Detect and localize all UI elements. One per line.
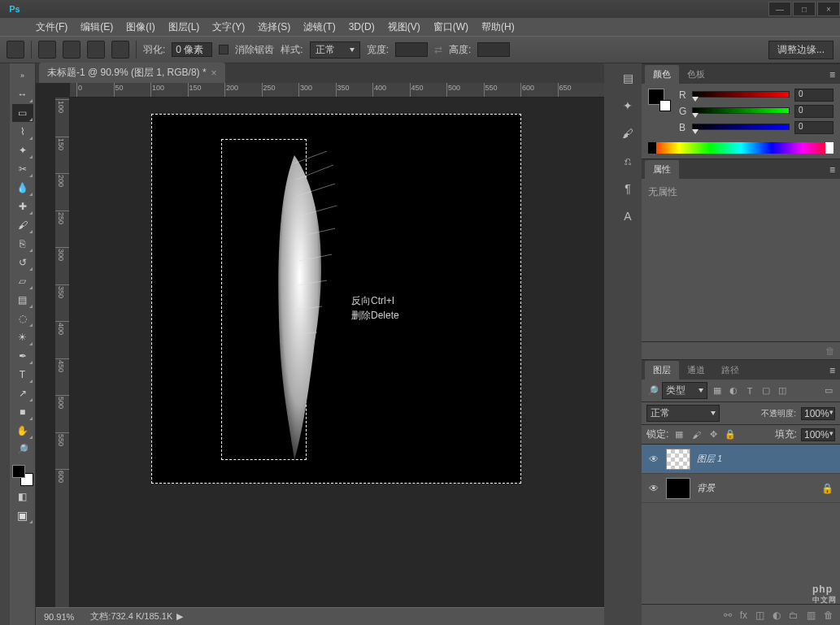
new-group-icon[interactable]: 🗀 [789,610,799,621]
shape-tool[interactable]: ■ [12,403,33,421]
visibility-toggle[interactable]: 👁 [648,454,659,465]
menu-layer[interactable]: 图层(L) [162,19,207,36]
r-value[interactable]: 0 [794,89,833,102]
menu-3d[interactable]: 3D(D) [342,20,381,34]
layer-row[interactable]: 👁 背景 🔒 [642,474,840,503]
layer-name[interactable]: 图层 1 [697,453,722,465]
menu-edit[interactable]: 编辑(E) [74,19,120,36]
filter-shape-icon[interactable]: ▢ [759,384,773,397]
tab-paths[interactable]: 路径 [713,361,747,380]
tab-layers[interactable]: 图层 [645,361,679,380]
trash-icon[interactable]: 🗑 [825,345,835,357]
visibility-toggle[interactable]: 👁 [648,483,659,494]
paragraph-panel-icon[interactable]: ¶ [618,179,638,198]
opacity-input[interactable]: 100%▾ [801,407,835,420]
b-slider[interactable] [692,124,790,132]
layer-filter-select[interactable]: 类型 [662,382,707,399]
clone-source-icon[interactable]: ⎌ [618,151,638,171]
filter-toggle[interactable]: ▭ [822,384,835,397]
zoom-tool[interactable]: 🔎 [12,441,33,458]
brush-tool[interactable]: 🖌 [12,216,33,234]
close-button[interactable]: × [817,2,840,16]
menu-type[interactable]: 文字(Y) [206,19,251,36]
menu-view[interactable]: 视图(V) [381,19,427,36]
swap-icon[interactable]: ⇄ [434,44,442,55]
filter-type-icon[interactable]: T [743,384,756,397]
style-select[interactable]: 正常 [310,41,360,59]
r-slider[interactable] [692,91,790,99]
zoom-display[interactable]: 90.91% [44,612,74,622]
sel-intersect-icon[interactable] [111,41,129,59]
refine-edge-button[interactable]: 调整边缘... [768,41,833,59]
menu-filter[interactable]: 滤镜(T) [297,19,342,36]
doc-size-display[interactable]: 文档:732.4 K/185.1K ▶ [90,610,183,623]
expand-tools-icon[interactable]: » [12,67,33,85]
sel-sub-icon[interactable] [87,41,105,59]
magic-wand-tool[interactable]: ✦ [12,141,33,159]
canvas[interactable]: 反向Ctrl+I 删除Delete [70,98,604,607]
quick-mask-icon[interactable]: ◧ [12,488,33,506]
lasso-tool[interactable]: ⌇ [12,123,33,141]
hand-tool[interactable]: ✋ [12,422,33,440]
healing-tool[interactable]: ✚ [12,197,33,215]
screen-mode-icon[interactable]: ▣ [12,506,33,524]
panel-menu-icon[interactable]: ≡ [825,66,840,84]
feather-input[interactable] [172,42,212,57]
lock-paint-icon[interactable]: 🖌 [690,428,703,441]
pen-tool[interactable]: ✒ [12,347,33,365]
g-value[interactable]: 0 [794,105,833,118]
path-select-tool[interactable]: ↗ [12,384,33,402]
g-slider[interactable] [692,107,790,115]
lock-trans-icon[interactable]: ▦ [672,428,685,441]
marquee-tool[interactable]: ▭ [12,104,33,122]
history-panel-icon[interactable]: ▤ [618,68,638,88]
menu-window[interactable]: 窗口(W) [427,19,475,36]
minimize-button[interactable]: — [768,2,791,16]
tab-close-icon[interactable]: × [211,67,217,79]
eyedropper-tool[interactable]: 💧 [12,179,33,197]
layer-thumbnail[interactable] [666,449,690,470]
marquee-tool-preset[interactable] [7,41,24,59]
brush-settings-icon[interactable]: 🖌 [618,124,638,143]
layer-row[interactable]: 👁 图层 1 [642,445,840,474]
layer-thumbnail[interactable] [666,478,690,499]
layer-mask-icon[interactable]: ◫ [755,610,764,621]
color-swatch[interactable] [11,464,34,487]
fill-input[interactable]: 100%▾ [801,428,835,441]
lock-pos-icon[interactable]: ✥ [707,428,720,441]
character-panel-icon[interactable]: A [618,206,638,226]
panel-menu-icon[interactable]: ≡ [825,362,840,380]
panel-color-swatch[interactable] [648,89,671,111]
dodge-tool[interactable]: ☀ [12,328,33,346]
crop-tool[interactable]: ✂ [12,160,33,178]
clone-stamp-tool[interactable]: ⎘ [12,235,33,253]
gradient-tool[interactable]: ▤ [12,291,33,309]
antialias-checkbox[interactable] [219,45,228,54]
sel-add-icon[interactable] [63,41,81,59]
move-tool[interactable]: ↔ [12,85,33,103]
link-layers-icon[interactable]: ⚯ [724,610,732,621]
tab-properties[interactable]: 属性 [645,160,679,179]
blend-mode-select[interactable]: 正常 [646,405,720,422]
delete-layer-icon[interactable]: 🗑 [824,610,833,621]
menu-image[interactable]: 图像(I) [120,19,161,36]
new-layer-icon[interactable]: ▥ [807,610,816,621]
filter-search-icon[interactable]: 🔎 [646,385,659,397]
filter-smart-icon[interactable]: ◫ [776,384,789,397]
ruler-horizontal[interactable]: 050100150200250300350400450500550600650 [70,83,604,98]
b-value[interactable]: 0 [794,121,833,134]
ruler-vertical[interactable]: 100150200250300350400450500550600 [55,98,70,607]
panel-menu-icon[interactable]: ≡ [825,161,840,179]
type-tool[interactable]: T [12,366,33,384]
history-brush-tool[interactable]: ↺ [12,254,33,271]
blur-tool[interactable]: ◌ [12,310,33,328]
color-spectrum[interactable] [648,142,833,154]
document-tab[interactable]: 未标题-1 @ 90.9% (图层 1, RGB/8) * × [39,63,225,83]
layer-name[interactable]: 背景 [697,482,715,494]
menu-file[interactable]: 文件(F) [29,19,74,36]
brush-panel-icon[interactable]: ✦ [618,96,638,115]
maximize-button[interactable]: □ [793,2,816,16]
sel-new-icon[interactable] [38,41,56,59]
adjustment-layer-icon[interactable]: ◐ [773,610,781,621]
tab-channels[interactable]: 通道 [679,361,713,380]
